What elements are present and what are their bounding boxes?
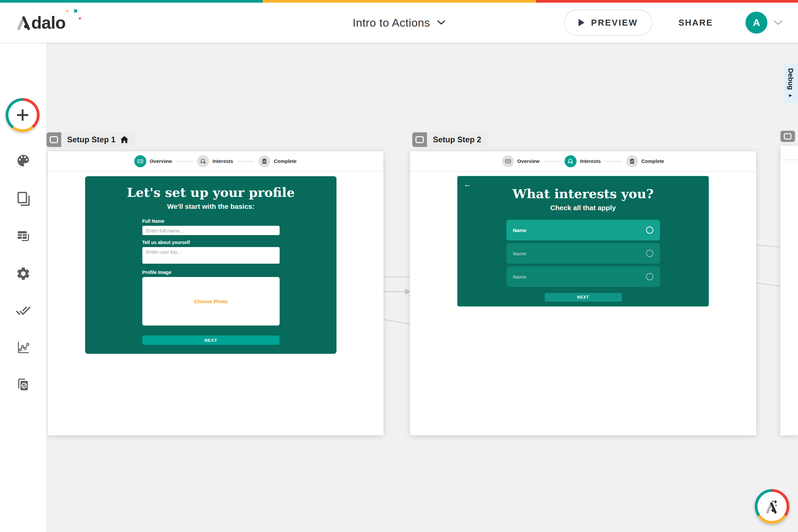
stripe-teal-segment (0, 0, 263, 3)
back-arrow-icon[interactable]: ← (463, 179, 472, 189)
list-item[interactable]: Name (507, 220, 660, 241)
app-screen-setup-step-2[interactable]: Overview Interests Complete (410, 151, 756, 435)
progress-stepper: Overview Interests Complete (410, 151, 756, 171)
step-connector (237, 161, 254, 162)
left-toolbar (0, 42, 46, 532)
next-button[interactable]: NEXT (545, 293, 622, 302)
play-icon (578, 19, 585, 26)
add-component-button[interactable] (6, 98, 40, 132)
share-button[interactable]: SHARE (678, 18, 713, 28)
stripe-yellow-segment (263, 0, 536, 3)
settings-gear-icon[interactable] (15, 266, 31, 282)
list-item[interactable]: Name (507, 243, 660, 264)
interests-card[interactable]: ← What interests you? Check all that app… (457, 176, 708, 306)
adalo-help-badge[interactable] (755, 489, 790, 524)
bio-input[interactable] (142, 247, 280, 264)
step-complete[interactable]: Complete (258, 155, 296, 167)
choose-photo-button[interactable]: Choose Photo (194, 299, 228, 304)
profile-image-label: Profile Image (142, 270, 280, 275)
adalo-a-mark (763, 498, 781, 515)
screen-header-band (780, 146, 798, 159)
preview-label: PREVIEW (591, 18, 638, 28)
step-connector (176, 161, 193, 162)
screen-tab-offscreen[interactable] (780, 131, 795, 145)
complete-step-icon (626, 155, 638, 167)
chevron-down-icon[interactable] (437, 20, 445, 25)
screen-tab-label: Setup Step 2 (433, 135, 481, 144)
complete-step-icon (258, 155, 270, 167)
radio-circle-icon[interactable] (646, 273, 653, 280)
full-name-input[interactable] (142, 226, 280, 235)
top-header: dalo ✦ ✦ ✦ Intro to Actions PREVIEW SHAR… (0, 3, 798, 42)
debug-label: Debug (787, 68, 795, 90)
overview-step-icon (134, 155, 146, 167)
brand-stripe (0, 0, 798, 3)
avatar-letter: A (753, 17, 760, 28)
profile-setup-card[interactable]: Let's set up your profile We'll start wi… (85, 176, 337, 354)
screen-icon (780, 131, 795, 142)
branding-palette-icon[interactable] (15, 153, 31, 169)
app-screen-setup-step-1[interactable]: Overview Interests Complete (48, 151, 383, 435)
step-connector (543, 161, 560, 162)
avatar[interactable]: A (745, 12, 767, 34)
step-connector (605, 161, 622, 162)
screen-tab-label: Setup Step 1 (67, 135, 115, 144)
screens-icon[interactable] (15, 191, 31, 207)
radio-circle-icon[interactable] (646, 250, 653, 257)
analytics-icon[interactable] (15, 340, 31, 356)
publish-checks-icon[interactable] (15, 303, 31, 319)
app-title[interactable]: Intro to Actions (353, 16, 430, 29)
progress-stepper: Overview Interests Complete (48, 151, 383, 171)
interests-step-icon (197, 155, 209, 167)
full-name-label: Full Name (142, 218, 280, 224)
step-interests[interactable]: Interests (565, 155, 601, 167)
expand-triangle-icon: ▲ (788, 93, 793, 98)
interests-list: Name Name Name (507, 220, 660, 287)
card-title: What interests you? (457, 176, 708, 201)
interests-step-icon (565, 155, 576, 167)
step-overview[interactable]: Overview (502, 155, 540, 167)
preview-button[interactable]: PREVIEW (564, 9, 653, 36)
app-screen-offscreen[interactable] (780, 146, 798, 435)
plus-icon (15, 108, 30, 123)
screen-tab-pill: Setup Step 1 (61, 132, 135, 147)
screen-icon (46, 132, 61, 147)
list-item[interactable]: Name (507, 266, 660, 287)
database-icon[interactable] (15, 228, 31, 244)
radio-circle-icon[interactable] (646, 226, 653, 234)
debug-panel-tab[interactable]: Debug ▲ (783, 63, 798, 103)
screen-tab-setup-step-1[interactable]: Setup Step 1 (46, 132, 135, 147)
step-complete[interactable]: Complete (626, 155, 664, 167)
overview-step-icon (502, 155, 514, 167)
screen-icon (412, 132, 427, 147)
next-button[interactable]: NEXT (142, 336, 280, 345)
account-chevron-down-icon[interactable] (773, 20, 783, 25)
stripe-red-segment (536, 0, 798, 3)
card-title: Let's set up your profile (85, 176, 337, 200)
screen-tab-pill: Setup Step 2 (427, 132, 487, 147)
header-actions: PREVIEW SHARE A (564, 3, 783, 42)
screen-tab-setup-step-2[interactable]: Setup Step 2 (412, 132, 487, 147)
step-overview[interactable]: Overview (134, 155, 172, 167)
versions-icon[interactable] (15, 377, 31, 393)
card-subtitle: We'll start with the basics: (85, 203, 337, 210)
adalo-editor: dalo ✦ ✦ ✦ Intro to Actions PREVIEW SHAR… (0, 0, 798, 532)
card-subtitle: Check all that apply (457, 204, 708, 212)
home-icon (120, 136, 129, 144)
photo-upload-box[interactable]: Choose Photo (142, 277, 280, 325)
step-interests[interactable]: Interests (197, 155, 233, 167)
bio-label: Tell us about yourself (142, 240, 280, 245)
